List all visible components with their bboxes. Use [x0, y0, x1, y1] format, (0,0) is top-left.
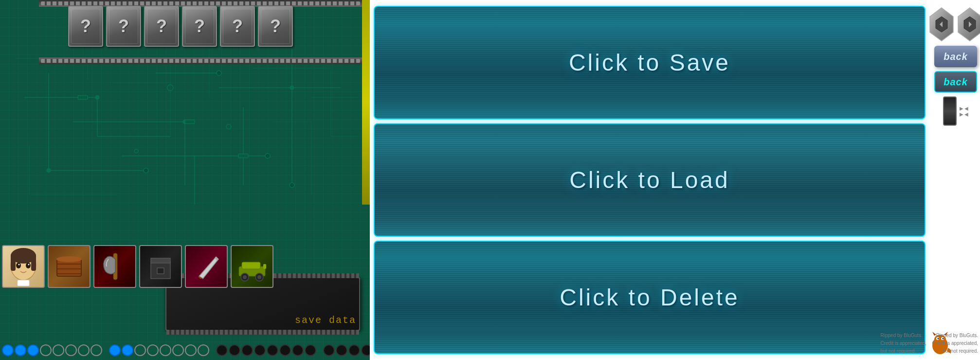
nav-arrows-top	[929, 7, 980, 42]
thumb-vehicle	[231, 245, 273, 288]
buttons-area: Click to Save Click to Load Click to Del…	[370, 0, 931, 360]
svg-point-55	[56, 256, 82, 262]
dot	[279, 344, 291, 356]
delete-button[interactable]: Click to Delete	[374, 241, 926, 354]
qmark-chip-4: ?	[182, 6, 217, 47]
dot	[361, 344, 370, 356]
dot	[172, 344, 184, 356]
svg-point-24	[144, 168, 148, 173]
save-data-label: save data	[295, 315, 356, 326]
dot	[241, 344, 253, 356]
dot	[27, 344, 39, 356]
dot	[91, 344, 102, 356]
dot	[2, 344, 14, 356]
hp-dots-area	[2, 344, 370, 356]
thumb-box	[139, 245, 182, 288]
svg-point-49	[28, 264, 30, 265]
qmark-chip-1: ?	[68, 6, 103, 47]
svg-rect-19	[185, 120, 195, 124]
thumb-knife	[185, 245, 228, 288]
dot	[78, 344, 90, 356]
thumb-face	[2, 245, 45, 288]
dot	[109, 344, 121, 356]
svg-rect-18	[78, 95, 88, 99]
dot	[185, 344, 197, 356]
dot	[229, 344, 240, 356]
dot	[336, 344, 347, 356]
svg-rect-66	[263, 264, 266, 269]
yellow-edge-strip	[362, 0, 370, 205]
dot-group-3	[216, 344, 316, 356]
svg-rect-45	[31, 254, 36, 271]
dot	[160, 344, 171, 356]
small-nav-controls: ▶ ◀ ▶ ◀	[943, 96, 969, 126]
thumbnail-row	[2, 245, 273, 288]
back-button-1-label: back	[944, 51, 968, 62]
svg-point-27	[290, 183, 294, 188]
svg-rect-44	[11, 254, 16, 271]
mini-arrow-next[interactable]: ▶ ◀	[960, 112, 969, 117]
dot	[216, 344, 228, 356]
svg-point-26	[265, 153, 270, 158]
mini-arrows: ▶ ◀ ▶ ◀	[960, 106, 969, 117]
svg-point-22	[226, 124, 231, 129]
dot-group-4	[323, 344, 370, 356]
left-panel: ? ? ? ? ? ? save data	[0, 0, 370, 360]
mini-arrow-prev[interactable]: ▶ ◀	[960, 106, 969, 111]
svg-rect-20	[238, 154, 248, 158]
dot	[292, 344, 304, 356]
dot	[40, 344, 52, 356]
thumb-wood	[48, 245, 91, 288]
dot	[267, 344, 278, 356]
right-panel: Click to Save Click to Load Click to Del…	[370, 0, 980, 360]
svg-rect-58	[151, 258, 170, 263]
load-button[interactable]: Click to Load	[374, 123, 926, 237]
svg-point-65	[257, 275, 261, 279]
qmark-chip-2: ?	[106, 6, 141, 47]
svg-point-25	[217, 71, 221, 76]
thumb-axe	[93, 245, 136, 288]
footer-credit-left: Ripped by BluGuts. Credit is appreciated…	[881, 332, 927, 355]
dot	[254, 344, 266, 356]
ic-bottom-strip	[39, 57, 362, 64]
svg-point-14	[47, 169, 51, 172]
qmark-chip-3: ?	[144, 6, 179, 47]
qmark-chip-area: ? ? ? ? ? ?	[29, 0, 362, 68]
dot	[348, 344, 360, 356]
dot	[15, 344, 26, 356]
dot-group-1	[2, 344, 102, 356]
delete-button-label: Click to Delete	[560, 284, 739, 311]
dot	[65, 344, 77, 356]
save-button-label: Click to Save	[569, 49, 730, 76]
dot	[134, 344, 146, 356]
side-controls: back back ▶ ◀ ▶ ◀ Ripped by Blu	[931, 0, 980, 360]
back-button-2[interactable]: back	[934, 71, 977, 93]
nav-diamond-left[interactable]	[929, 7, 954, 42]
nav-diamond-right[interactable]	[957, 7, 980, 42]
svg-point-23	[134, 149, 138, 153]
qmark-chip-6: ?	[258, 6, 293, 47]
svg-point-46	[16, 263, 21, 268]
back-button-2-label: back	[944, 76, 968, 88]
load-button-label: Click to Load	[569, 167, 729, 193]
dot-group-2	[109, 344, 209, 356]
svg-point-15	[290, 86, 294, 90]
dot	[122, 344, 133, 356]
svg-rect-61	[242, 262, 260, 269]
toggle-switch[interactable]	[943, 96, 957, 126]
svg-point-48	[18, 264, 20, 265]
back-button-1[interactable]: back	[934, 46, 977, 67]
dot	[147, 344, 159, 356]
footer-credit-right: Ripped by BluGuts. Credit is appreciated…	[932, 332, 979, 355]
dot	[323, 344, 335, 356]
svg-point-64	[243, 275, 247, 279]
svg-point-47	[26, 263, 31, 268]
dot	[198, 344, 209, 356]
qmark-chip-5: ?	[220, 6, 255, 47]
dot	[53, 344, 64, 356]
save-button[interactable]: Click to Save	[374, 6, 926, 119]
svg-rect-50	[18, 280, 29, 286]
qmark-chips-row: ? ? ? ? ? ?	[68, 6, 293, 47]
svg-rect-59	[157, 268, 164, 274]
dot	[305, 344, 316, 356]
